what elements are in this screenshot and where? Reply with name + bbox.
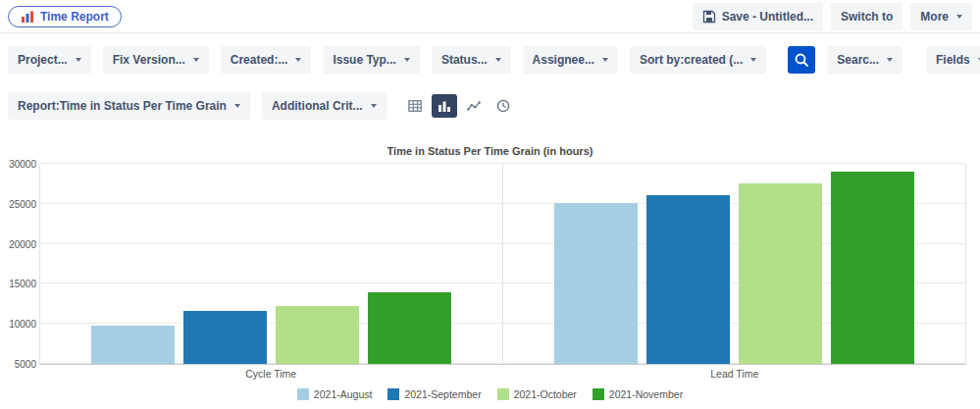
- bar-2021-september-cycle-time[interactable]: [183, 311, 267, 364]
- time-report-logo-icon: [21, 10, 34, 24]
- y-axis-tick-label: 25000: [3, 198, 36, 209]
- clock-view-button[interactable]: [490, 94, 516, 118]
- issue-type-filter-dropdown[interactable]: Issue Typ...: [323, 46, 419, 74]
- more-label: More: [920, 10, 949, 24]
- issue-type-filter-label: Issue Typ...: [333, 53, 395, 67]
- chevron-down-icon: [956, 15, 962, 19]
- search-button[interactable]: [788, 46, 815, 74]
- bar-group-cycle-time: [40, 164, 502, 364]
- project-filter-label: Project...: [18, 53, 68, 67]
- top-bar: Time Report Save - Untitled... Switch to…: [0, 0, 980, 33]
- save-button-label: Save - Untitled...: [722, 10, 813, 24]
- bar-2021-october-lead-time[interactable]: [739, 183, 822, 364]
- bar-2021-august-lead-time[interactable]: [554, 203, 638, 364]
- bar-2021-november-cycle-time[interactable]: [368, 292, 451, 364]
- topbar-actions: Save - Untitled... Switch to More: [693, 3, 972, 30]
- chevron-down-icon: [750, 58, 756, 62]
- switch-to-button[interactable]: Switch to: [831, 3, 903, 30]
- legend-item-2021-november[interactable]: 2021-November: [593, 388, 683, 400]
- status-filter-dropdown[interactable]: Status...: [432, 46, 511, 74]
- legend-label: 2021-October: [514, 388, 577, 400]
- more-button[interactable]: More: [910, 3, 972, 30]
- legend-item-2021-august[interactable]: 2021-August: [297, 388, 373, 400]
- chart-legend: 2021-August2021-September2021-October202…: [0, 388, 980, 400]
- legend-label: 2021-August: [314, 388, 373, 400]
- sort-by-dropdown[interactable]: Sort by:created (...: [630, 46, 766, 74]
- additional-criteria-dropdown[interactable]: Additional Crit...: [262, 92, 387, 120]
- legend-swatch: [387, 388, 399, 400]
- chevron-down-icon: [371, 104, 377, 108]
- report-dropdown-label: Report:Time in Status Per Time Grain: [18, 99, 227, 113]
- chevron-down-icon: [404, 58, 410, 62]
- assignee-filter-dropdown[interactable]: Assignee...: [523, 46, 618, 74]
- chevron-down-icon: [193, 58, 199, 62]
- chart-title: Time in Status Per Time Grain (in hours): [0, 145, 980, 157]
- chevron-down-icon: [602, 58, 608, 62]
- plot-area: 50001000015000200002500030000: [39, 164, 966, 365]
- created-filter-label: Created:...: [231, 53, 288, 67]
- y-axis-tick-label: 30000: [3, 159, 36, 170]
- chart: Time in Status Per Time Grain (in hours)…: [0, 145, 980, 400]
- bar-2021-october-cycle-time[interactable]: [276, 306, 359, 364]
- legend-swatch: [297, 388, 309, 400]
- search-filter-label: Searc...: [837, 53, 879, 67]
- y-axis-tick-label: 20000: [3, 238, 36, 249]
- save-button[interactable]: Save - Untitled...: [693, 3, 823, 30]
- fields-label: Fields: [936, 53, 970, 67]
- legend-label: 2021-November: [609, 388, 683, 400]
- report-bar: Report:Time in Status Per Time Grain Add…: [0, 77, 980, 120]
- legend-swatch: [593, 388, 604, 400]
- bar-chart-view-icon: [438, 99, 451, 113]
- line-chart-view-icon: [467, 99, 481, 113]
- table-view-icon: [408, 99, 422, 113]
- chevron-down-icon: [495, 58, 501, 62]
- additional-criteria-label: Additional Crit...: [272, 99, 363, 113]
- legend-item-2021-october[interactable]: 2021-October: [497, 388, 577, 400]
- fields-dropdown[interactable]: Fields: [926, 46, 980, 74]
- sort-by-label: Sort by:created (...: [640, 53, 743, 67]
- save-icon: [702, 10, 716, 24]
- line-chart-view-button[interactable]: [461, 94, 487, 118]
- legend-swatch: [497, 388, 509, 400]
- x-axis-labels: Cycle TimeLead Time: [39, 368, 966, 380]
- switch-to-label: Switch to: [841, 10, 893, 24]
- time-report-label: Time Report: [40, 10, 109, 24]
- chevron-down-icon: [234, 104, 240, 108]
- search-icon: [794, 52, 809, 68]
- clock-view-icon: [496, 99, 510, 113]
- search-filter-dropdown[interactable]: Searc...: [827, 46, 903, 74]
- x-axis-label: Lead Time: [503, 368, 967, 380]
- view-switcher: [402, 94, 516, 118]
- bar-2021-september-lead-time[interactable]: [646, 195, 730, 364]
- chevron-down-icon: [295, 58, 301, 62]
- bar-chart-view-button[interactable]: [432, 94, 457, 118]
- y-axis-tick-label: 5000: [3, 359, 36, 370]
- report-dropdown[interactable]: Report:Time in Status Per Time Grain: [8, 92, 250, 120]
- chevron-down-icon: [887, 58, 893, 62]
- bar-2021-august-cycle-time[interactable]: [91, 326, 175, 364]
- fix-version-filter-label: Fix Version...: [113, 53, 185, 67]
- chevron-down-icon: [76, 58, 81, 62]
- x-axis-label: Cycle Time: [39, 368, 503, 380]
- y-axis-tick-label: 10000: [3, 319, 36, 330]
- legend-label: 2021-September: [404, 388, 481, 400]
- created-filter-dropdown[interactable]: Created:...: [221, 46, 312, 74]
- bar-2021-november-lead-time[interactable]: [831, 172, 914, 364]
- filter-bar: Project... Fix Version... Created:... Is…: [0, 33, 980, 77]
- status-filter-label: Status...: [441, 53, 488, 67]
- table-view-button[interactable]: [402, 94, 428, 118]
- time-report-badge[interactable]: Time Report: [8, 6, 122, 27]
- y-axis-tick-label: 15000: [3, 279, 36, 289]
- project-filter-dropdown[interactable]: Project...: [8, 46, 91, 74]
- assignee-filter-label: Assignee...: [533, 53, 594, 67]
- bar-group-lead-time: [502, 164, 965, 364]
- fix-version-filter-dropdown[interactable]: Fix Version...: [103, 46, 209, 74]
- legend-item-2021-september[interactable]: 2021-September: [387, 388, 481, 400]
